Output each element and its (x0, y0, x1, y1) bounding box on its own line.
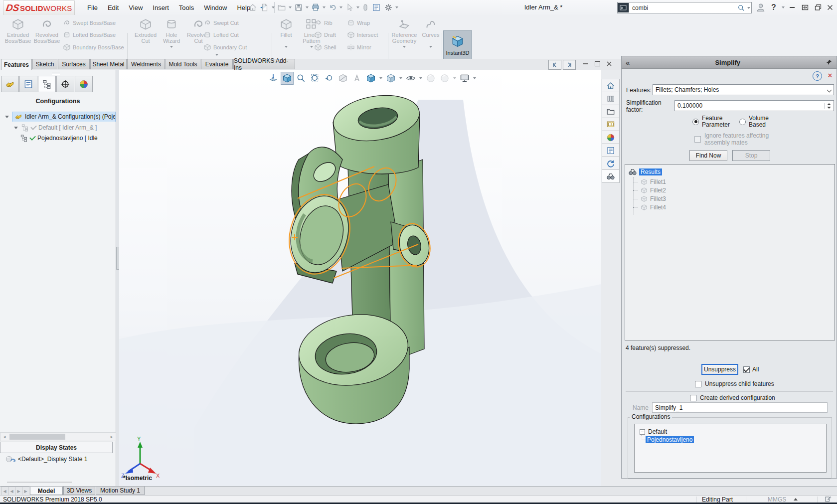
scroll-right-arrow[interactable]: ▸ (108, 433, 116, 440)
file-properties-button[interactable] (372, 3, 381, 12)
fillet-button[interactable]: Fillet (275, 18, 297, 48)
expand-pane-right-icon[interactable] (563, 60, 576, 70)
previous-view-icon[interactable] (323, 72, 335, 85)
lofted-boss-base-button[interactable]: Lofted Boss/Base (63, 31, 116, 39)
new-document-dropdown[interactable] (272, 6, 275, 8)
menu-window[interactable]: Window (199, 0, 232, 15)
view-orientation-dropdown[interactable] (379, 77, 382, 79)
spinner-down-icon[interactable] (827, 107, 831, 109)
forum-refresh-icon[interactable] (602, 157, 620, 170)
result-fillet1-row[interactable]: Fillet1 (633, 178, 835, 185)
tab-surfaces[interactable]: Surfaces (58, 59, 90, 69)
units-selector[interactable]: MMGS (768, 496, 786, 503)
dimxpert-manager-tab[interactable] (56, 76, 74, 92)
home-button[interactable] (248, 3, 257, 12)
next-tab-arrow[interactable]: ▶ (15, 487, 22, 496)
panel-horizontal-scrollbar[interactable]: ◂ ▸ (0, 432, 116, 441)
window-minimize-button[interactable] (787, 2, 798, 13)
boundary-boss-base-button[interactable]: Boundary Boss/Base (63, 43, 124, 51)
results-tree-box[interactable]: Results Fillet1 Fillet2 Fillet3 Fillet4 (625, 164, 835, 340)
pattern-dropdown[interactable] (310, 46, 313, 48)
config-tree-root-row[interactable]: Idler Arm_& Configuration(s) (Pojed (2, 112, 116, 122)
config-child-node[interactable]: Pojednostavljeno (642, 436, 826, 443)
lofted-cut-button[interactable]: Lofted Cut (203, 31, 239, 39)
document-close-button[interactable] (604, 60, 614, 68)
extruded-cut-button[interactable]: Extruded Cut (133, 18, 159, 44)
expander-icon[interactable] (14, 127, 18, 129)
units-caret-icon[interactable] (794, 498, 798, 501)
new-document-button[interactable] (260, 3, 269, 12)
mirror-button[interactable]: Mirror (347, 43, 371, 51)
find-now-button[interactable]: Find Now (689, 150, 727, 161)
window-restore-button[interactable] (813, 2, 824, 13)
view-settings-dropdown[interactable] (473, 77, 476, 79)
view-palette-icon[interactable] (602, 118, 620, 131)
display-state-row[interactable]: <Default>_Display State 1 (5, 455, 115, 464)
open-dropdown[interactable] (289, 6, 292, 8)
search-scope-icon[interactable] (618, 3, 629, 12)
scroll-left-arrow[interactable]: ◂ (0, 433, 8, 440)
tab-solidworks-add-ins[interactable]: SOLIDWORKS Add-Ins (233, 59, 295, 69)
undo-button[interactable] (328, 3, 337, 12)
document-minimize-button[interactable] (580, 60, 590, 68)
select-button[interactable] (345, 3, 354, 12)
tab-evaluate[interactable]: Evaluate (201, 59, 233, 69)
fillet-dropdown[interactable] (285, 46, 288, 48)
menu-file[interactable]: File (82, 0, 103, 15)
configuration-manager-tab[interactable] (38, 76, 56, 92)
draft-button[interactable]: Draft (314, 31, 336, 39)
revolved-boss-base-button[interactable]: Revolved Boss/Base (33, 18, 61, 44)
tree-collapse-icon[interactable] (640, 429, 645, 435)
intersect-button[interactable]: Intersect (347, 31, 378, 39)
featuremanager-tree-tab[interactable] (19, 76, 37, 92)
save-dropdown[interactable] (306, 6, 309, 8)
hole-wizard-button[interactable]: Hole Wizard (160, 18, 183, 48)
tab-features[interactable]: Features (1, 59, 32, 70)
tab-weldments[interactable]: Weldments (127, 59, 165, 69)
shell-button[interactable]: Shell (314, 43, 336, 51)
unsuppress-button[interactable]: Unsuppress (701, 364, 738, 375)
display-manager-tab[interactable] (75, 76, 93, 92)
unsuppress-child-checkbox[interactable]: Unsuppress child features (695, 380, 774, 387)
apply-scene-dropdown[interactable] (453, 77, 456, 79)
help-icon[interactable]: ? (813, 71, 822, 81)
hide-show-dropdown[interactable] (419, 77, 422, 79)
results-root-row[interactable]: Results (628, 168, 835, 176)
print-dropdown[interactable] (323, 6, 326, 8)
zoom-to-area-icon[interactable] (295, 72, 308, 85)
features-combo[interactable]: Fillets; Chamfers; Holes (653, 84, 834, 95)
annotation-views-icon[interactable] (350, 72, 363, 85)
zoom-window-icon[interactable] (309, 72, 322, 85)
cut-dropdown[interactable] (215, 54, 218, 56)
expander-icon[interactable] (5, 116, 9, 118)
display-states-header[interactable]: Display States (0, 442, 113, 453)
edit-appearance-icon[interactable] (424, 72, 437, 85)
result-fillet4-row[interactable]: Fillet4 (633, 204, 835, 211)
select-dropdown[interactable] (356, 6, 359, 8)
tab-model[interactable]: Model (30, 487, 63, 495)
touch-mode-icon[interactable] (362, 4, 369, 11)
tab-motion-study[interactable]: Motion Study 1 (96, 487, 145, 495)
tab-3d-views[interactable]: 3D Views (63, 487, 95, 495)
scrollbar-thumb[interactable] (9, 434, 65, 440)
undo-dropdown[interactable] (339, 6, 342, 8)
config-default-node[interactable]: Default (640, 428, 826, 435)
spinner-control[interactable] (825, 103, 831, 109)
tab-mold-tools[interactable]: Mold Tools (166, 59, 200, 69)
ignore-features-checkbox[interactable]: Ignore features affecting assembly mates (694, 132, 784, 146)
save-button[interactable] (294, 3, 303, 12)
spinner-up-icon[interactable] (827, 103, 831, 105)
pin-panel-icon[interactable] (826, 59, 833, 66)
search-input[interactable]: combi (629, 4, 737, 11)
collapse-panel-icon[interactable]: « (626, 58, 630, 67)
menu-tools[interactable]: Tools (174, 0, 199, 15)
stop-button[interactable]: Stop (732, 150, 770, 161)
search-results-binoculars-icon[interactable] (602, 169, 620, 183)
menu-view[interactable]: View (124, 0, 148, 15)
custom-properties-icon[interactable] (602, 144, 620, 157)
factor-input[interactable]: 0.100000 (674, 100, 834, 111)
boundary-cut-button[interactable]: Boundary Cut (203, 43, 247, 51)
options-gear-button[interactable] (384, 3, 393, 12)
wrap-button[interactable]: Wrap (347, 19, 370, 27)
panel-grip[interactable] (52, 72, 60, 75)
